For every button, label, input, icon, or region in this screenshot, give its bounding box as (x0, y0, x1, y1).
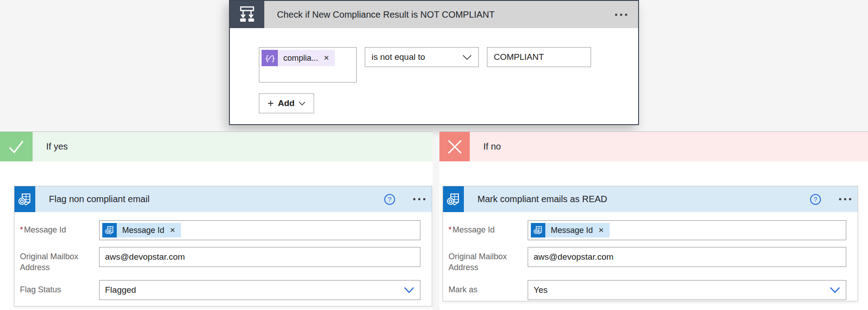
expression-icon: { } (262, 50, 278, 66)
outlook-icon (531, 223, 545, 237)
condition-left-operand-input[interactable]: { } complia... ✕ (259, 47, 357, 82)
more-options-icon[interactable] (615, 14, 617, 16)
chevron-down-icon (299, 101, 305, 106)
message-id-token[interactable]: Message Id ✕ (531, 223, 610, 237)
add-condition-button[interactable]: + Add (259, 93, 314, 113)
condition-card-header[interactable]: Check if New Compliance Result is NOT CO… (230, 1, 638, 28)
more-options-icon[interactable] (413, 198, 415, 200)
svg-text:}: } (271, 54, 275, 63)
outlook-icon (14, 186, 35, 212)
original-mailbox-input[interactable]: aws@devopstar.com (99, 247, 420, 267)
required-asterisk: * (448, 225, 452, 234)
token-label: Message Id (122, 226, 164, 235)
input-value: aws@devopstar.com (534, 252, 614, 262)
original-mailbox-input[interactable]: aws@devopstar.com (528, 247, 846, 267)
required-asterisk: * (20, 225, 23, 234)
message-id-input[interactable]: Message Id ✕ (528, 220, 846, 240)
field-label: Flag Status (20, 280, 99, 295)
message-id-input[interactable]: Message Id ✕ (99, 220, 420, 240)
field-row-mailbox: Original Mailbox Address aws@devopstar.c… (448, 247, 846, 273)
action-title: Flag non compliant email (49, 194, 384, 204)
branch-if-yes: If yes Flag non compliant email ? (0, 131, 433, 310)
chevron-down-icon (830, 286, 840, 293)
if-yes-label: If yes (33, 132, 433, 161)
mark-read-card[interactable]: Mark compliant emails as READ ? *Message… (443, 186, 858, 301)
outlook-icon (102, 223, 117, 237)
input-value: aws@devopstar.com (105, 252, 185, 262)
plus-icon: + (267, 98, 274, 109)
field-row-mark-as: Mark as Yes (448, 280, 846, 300)
remove-token-icon[interactable]: ✕ (598, 226, 604, 234)
field-label: *Message Id (20, 220, 99, 235)
condition-row: { } complia... ✕ is not equal to (259, 47, 638, 82)
flag-email-card-header[interactable]: Flag non compliant email ? (14, 186, 432, 212)
mark-as-select[interactable]: Yes (528, 280, 846, 300)
add-button-label: Add (278, 98, 295, 108)
condition-title: Check if New Compliance Result is NOT CO… (277, 10, 615, 20)
help-icon[interactable]: ? (810, 194, 821, 205)
remove-token-icon[interactable]: ✕ (324, 54, 329, 62)
x-icon (439, 132, 470, 161)
selected-value: Yes (534, 285, 548, 295)
condition-value: COMPLIANT (494, 52, 544, 62)
field-label: Original Mailbox Address (448, 247, 528, 273)
field-label: *Message Id (448, 220, 528, 235)
token-label: complia... (283, 53, 318, 63)
condition-card[interactable]: Check if New Compliance Result is NOT CO… (229, 0, 639, 125)
condition-operator-select[interactable]: is not equal to (365, 47, 479, 67)
branch-if-no: If no Mark compliant emails as READ ? (439, 131, 868, 310)
mark-read-card-body: *Message Id (443, 212, 858, 300)
remove-token-icon[interactable]: ✕ (170, 226, 176, 234)
svg-text:{: { (265, 54, 269, 63)
selected-value: Flagged (105, 285, 136, 295)
action-title: Mark compliant emails as READ (477, 194, 810, 204)
field-label: Mark as (448, 280, 528, 295)
field-row-flag-status: Flag Status Flagged (20, 280, 420, 300)
check-icon (0, 132, 33, 161)
operator-value: is not equal to (372, 52, 425, 62)
flag-email-card[interactable]: Flag non compliant email ? *Message Id (14, 186, 432, 306)
condition-value-input[interactable]: COMPLIANT (487, 47, 591, 67)
more-options-icon[interactable] (839, 198, 841, 200)
if-no-header: If no (439, 131, 868, 161)
mark-read-card-header[interactable]: Mark compliant emails as READ ? (443, 186, 858, 212)
if-yes-header: If yes (0, 131, 433, 161)
field-row-message-id: *Message Id (20, 220, 420, 240)
flag-status-select[interactable]: Flagged (99, 280, 420, 300)
field-label: Original Mailbox Address (20, 247, 99, 273)
outlook-icon (443, 186, 464, 212)
dynamic-content-token[interactable]: { } complia... ✕ (262, 50, 335, 66)
field-row-mailbox: Original Mailbox Address aws@devopstar.c… (20, 247, 420, 273)
chevron-down-icon (404, 286, 415, 293)
help-icon[interactable]: ? (384, 194, 395, 205)
message-id-token[interactable]: Message Id ✕ (102, 223, 181, 237)
condition-branch-icon (230, 1, 264, 28)
flag-email-card-body: *Message Id (14, 212, 432, 300)
token-label: Message Id (551, 226, 593, 235)
field-row-message-id: *Message Id (448, 220, 846, 240)
if-no-label: If no (470, 132, 868, 161)
chevron-down-icon (462, 54, 472, 60)
condition-card-body: { } complia... ✕ is not equal to (230, 28, 638, 113)
